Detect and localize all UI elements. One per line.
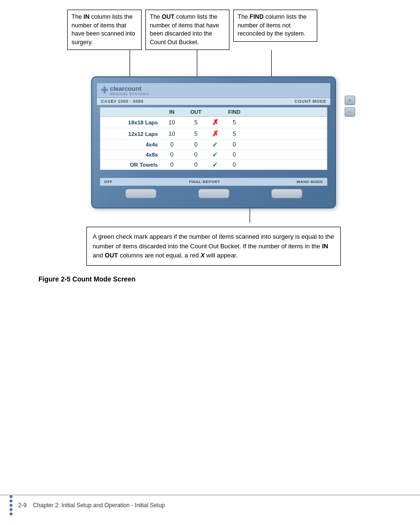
- item-name-1: 18x18 Laps: [102, 120, 160, 125]
- note-in-keyword: IN: [322, 243, 328, 250]
- footer-dots: [10, 495, 12, 515]
- status-icon-1: ✗: [208, 118, 222, 127]
- out-val-5: 0: [184, 161, 208, 168]
- item-name-5: OR Towels: [102, 162, 160, 168]
- find-val-5: 0: [222, 161, 246, 168]
- footer-spacer-text: [26, 502, 33, 509]
- in-val-5: 0: [160, 161, 184, 168]
- status-icon-3: ✓: [208, 141, 222, 148]
- device-screen: ✚ clearcount MEDICAL SYSTEMS CASE# 1000 …: [91, 76, 336, 208]
- item-name-4: 4x8s: [102, 152, 160, 158]
- out-callout-box: The OUT column lists the number of items…: [145, 10, 229, 50]
- in-connector-line: [130, 50, 130, 76]
- in-val-1: 10: [160, 119, 184, 126]
- find-callout-box: The FIND column lists the number of item…: [233, 10, 317, 42]
- find-val-4: 0: [222, 151, 246, 158]
- out-val-3: 0: [184, 141, 208, 148]
- device-header: ✚ clearcount MEDICAL SYSTEMS: [97, 83, 330, 98]
- note-text-end: will appear.: [204, 252, 238, 259]
- table-row: 4x4s 0 0 ✓ 0: [100, 140, 327, 150]
- logo-area: ✚ clearcount MEDICAL SYSTEMS: [101, 85, 149, 96]
- callouts-row: The IN column lists the number of items …: [19, 10, 401, 50]
- page-number: 2-9: [18, 502, 26, 509]
- status-icon-2: ✗: [208, 129, 222, 138]
- out-connector-line: [197, 50, 197, 76]
- table-row: 18x18 Laps 10 5 ✗ 5: [100, 117, 327, 128]
- connector-area: [86, 50, 341, 76]
- note-text-pre: A green check mark appears if the number…: [93, 233, 334, 250]
- wand-label: WAND MODE: [297, 180, 323, 184]
- bottom-connector-area: [86, 208, 331, 223]
- footer-dot-4: [10, 508, 12, 511]
- spacer: [97, 172, 330, 176]
- table-row: OR Towels 0 0 ✓ 0: [100, 160, 327, 170]
- out-val-1: 5: [184, 119, 208, 126]
- side-btn-up[interactable]: +: [345, 96, 355, 105]
- device-footer-labels: OFF FINAL REPORT WAND MODE: [100, 178, 327, 186]
- in-callout-text-pre: The: [72, 13, 84, 20]
- status-icon-5: ✓: [208, 161, 222, 169]
- footer-dot-2: [10, 500, 12, 502]
- figure-caption: Figure 2-5 Count Mode Screen: [38, 275, 401, 283]
- hw-button-3[interactable]: [271, 189, 302, 198]
- table-row: 12x12 Laps 10 5 ✗ 5: [100, 128, 327, 140]
- wand-connector-line: [250, 208, 250, 223]
- hw-button-2[interactable]: [198, 189, 229, 198]
- find-callout-keyword: FIND: [250, 13, 264, 20]
- logo-name: clearcount: [110, 85, 149, 92]
- device-wrapper: ✚ clearcount MEDICAL SYSTEMS CASE# 1000 …: [86, 76, 341, 208]
- in-val-4: 0: [160, 151, 184, 158]
- in-callout-box: The IN column lists the number of items …: [67, 10, 142, 50]
- find-val-2: 5: [222, 131, 246, 137]
- out-val-4: 0: [184, 151, 208, 158]
- mode-label: COUNT MODE: [295, 99, 327, 104]
- case-mode-bar: CASE# 1000 - 0080 COUNT MODE: [97, 98, 330, 105]
- col-header-in: IN: [160, 109, 184, 115]
- col-header-find: FIND: [222, 109, 246, 115]
- item-name-2: 12x12 Laps: [102, 131, 160, 137]
- off-label: OFF: [104, 180, 113, 184]
- col-header-out: OUT: [184, 109, 208, 115]
- hardware-buttons: [97, 186, 330, 200]
- find-connector-line: [271, 50, 272, 76]
- table-header-row: IN OUT FIND: [100, 108, 327, 117]
- note-out-keyword: OUT: [105, 252, 118, 259]
- page-footer: 2-9 Chapter 2: Initial Setup and Operati…: [0, 495, 420, 515]
- find-val-1: 5: [222, 119, 246, 126]
- footer-dot-5: [10, 513, 12, 515]
- footer-dot-3: [10, 504, 12, 507]
- logo-cross-icon: ✚: [101, 85, 108, 96]
- count-table: IN OUT FIND 18x18 Laps 10 5 ✗ 5 12x12 La…: [100, 107, 327, 170]
- status-icon-4: ✓: [208, 151, 222, 159]
- footer-dot-1: [10, 495, 12, 498]
- in-val-2: 10: [160, 131, 184, 137]
- case-number-label: CASE# 1000 - 0080: [101, 99, 144, 104]
- report-label: FINAL REPORT: [189, 180, 220, 184]
- item-name-3: 4x4s: [102, 142, 160, 147]
- note-text-post: columns are not equal, a red: [118, 252, 201, 259]
- side-controls: + −: [345, 96, 355, 117]
- page-container: The IN column lists the number of items …: [0, 0, 420, 525]
- find-val-3: 0: [222, 141, 246, 148]
- find-callout-text-pre: The: [238, 13, 250, 20]
- out-callout-text-pre: The: [150, 13, 162, 20]
- col-header-item: [102, 109, 160, 115]
- out-val-2: 5: [184, 131, 208, 137]
- table-row: 4x8s 0 0 ✓ 0: [100, 150, 327, 160]
- in-callout-keyword: IN: [84, 13, 90, 20]
- logo-sub: MEDICAL SYSTEMS: [110, 92, 149, 96]
- side-btn-down[interactable]: −: [345, 107, 355, 117]
- hw-button-1[interactable]: [125, 189, 156, 198]
- col-header-status: [208, 109, 222, 115]
- out-callout-keyword: OUT: [162, 13, 174, 20]
- in-val-3: 0: [160, 141, 184, 148]
- note-box: A green check mark appears if the number…: [86, 227, 341, 266]
- chapter-text: Chapter 2: Initial Setup and Operation -…: [33, 502, 165, 509]
- note-text-mid: and: [93, 252, 105, 259]
